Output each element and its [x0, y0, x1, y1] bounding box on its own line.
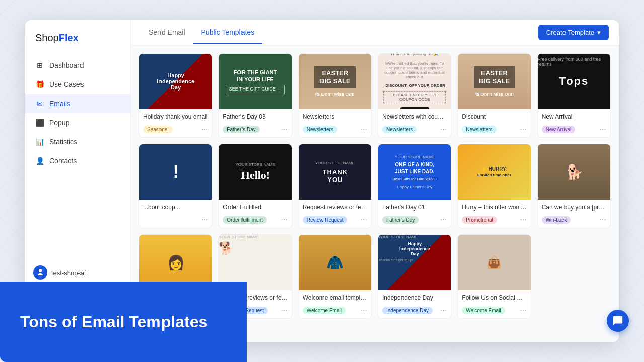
thumb-fathers-day-03: FOR THE GIANTIN YOUR LIFESEE THE GIFT GU… — [219, 54, 291, 109]
template-name: New Arrival — [542, 113, 606, 120]
logo: ShopFlex — [25, 32, 130, 56]
template-footer: Father's Day ··· — [378, 216, 451, 228]
template-footer: Welcome Email ··· — [458, 306, 530, 318]
sidebar-item-contacts[interactable]: 👤 Contacts — [25, 151, 130, 170]
sidebar-item-dashboard[interactable]: ⊞ Dashboard — [25, 56, 130, 75]
tag-newsletters: Newsletters — [462, 126, 496, 133]
more-button[interactable]: ··· — [201, 125, 208, 133]
sidebar-item-statistics[interactable]: 📊 Statistics — [25, 132, 130, 151]
template-card-reviews-1[interactable]: YOUR STORE NAME THANKYOU Request reviews… — [298, 144, 372, 228]
template-footer: Welcome Email ··· — [299, 306, 371, 318]
template-info: Holiday thank you email — [139, 109, 212, 125]
template-info: Order Fulfilled — [219, 200, 291, 216]
template-footer: Order fulfillment ··· — [219, 216, 291, 228]
thumb-hurry: ⚡ HURRY!Limited time offer — [458, 144, 530, 200]
template-card-order-fulfilled[interactable]: YOUR STORE NAME Hello! Order Fulfilled O… — [218, 144, 292, 228]
sidebar-item-emails[interactable]: ✉ Emails — [25, 94, 130, 113]
template-name: ...bout coup... — [143, 204, 208, 211]
more-button[interactable]: ··· — [201, 216, 208, 224]
template-name: Follow Us on Social Media — [462, 294, 526, 301]
more-button[interactable]: ··· — [361, 216, 367, 224]
tab-public-templates[interactable]: Public Templates — [193, 21, 263, 44]
thumb-discount: EASTERBIG SALE 🛍 Don't Miss Out! — [458, 54, 530, 109]
gift-icon: 🎁 — [35, 80, 44, 89]
template-info: Follow Us on Social Media — [458, 290, 530, 306]
template-name: Holiday thank you email — [143, 113, 208, 120]
tab-send-email[interactable]: Send Email — [141, 21, 193, 44]
more-button[interactable]: ··· — [281, 216, 287, 224]
tab-bar: Send Email Public Templates — [141, 21, 262, 44]
template-name: Discount — [462, 113, 526, 120]
user-row: test-shop-ai — [33, 265, 122, 280]
thumb-win-back: 🐕 — [538, 144, 610, 200]
template-card-fathers-day-03[interactable]: FOR THE GIANTIN YOUR LIFESEE THE GIFT GU… — [218, 53, 292, 138]
template-card-newsletters[interactable]: EASTERBIG SALE 🛍 Don't Miss Out! Newslet… — [298, 53, 372, 138]
template-card-new-arrival[interactable]: Free delivery from $60 and free returns … — [537, 53, 611, 138]
template-card-newsletters-coupon[interactable]: Thanks for joining us 🎉 We're thrilled t… — [378, 53, 451, 138]
more-button[interactable]: ··· — [520, 306, 526, 314]
template-card-win-back[interactable]: 🐕 Can we buy you a [product y... Win-bac… — [537, 144, 611, 228]
sidebar-item-use-cases[interactable]: 🎁 Use Cases — [25, 75, 130, 94]
thumb-fathers-day-01: YOUR STORE NAME ONE OF A KIND,JUST LIKE … — [378, 144, 451, 200]
thumb-text: Hello! — [241, 169, 270, 182]
more-button[interactable]: ··· — [600, 216, 606, 224]
banner-overlay: Tons of Email Templates — [0, 282, 247, 362]
sidebar-label-contacts: Contacts — [49, 157, 77, 165]
template-footer: Newsletters ··· — [299, 125, 371, 137]
tag-newsletters: Newsletters — [303, 126, 337, 133]
more-button[interactable]: ··· — [440, 216, 447, 224]
tag-independence: Independence Day — [382, 307, 433, 314]
template-card-independence[interactable]: YOUR STORE NAME HappyIndependenceDay Tha… — [378, 234, 451, 319]
more-button[interactable]: ··· — [440, 125, 447, 133]
thumb-welcome-1: 🧥 — [299, 235, 371, 290]
more-button[interactable]: ··· — [281, 125, 287, 133]
template-card-welcome-1[interactable]: 🧥 Welcome email template 1 Welcome Email… — [298, 234, 372, 319]
thumb-reviews-1: YOUR STORE NAME THANKYOU — [299, 144, 371, 200]
template-footer: Father's Day ··· — [219, 125, 291, 137]
template-card-fathers-day-01[interactable]: YOUR STORE NAME ONE OF A KIND,JUST LIKE … — [378, 144, 451, 228]
template-grid: HappyIndependenceDay Holiday thank you e… — [139, 53, 611, 319]
template-card-hurry[interactable]: ⚡ HURRY!Limited time offer Hurry – this … — [457, 144, 531, 228]
template-footer: ··· — [139, 216, 212, 228]
template-info: ...bout coup... — [139, 200, 212, 216]
thumb-text: ONE OF A KIND,JUST LIKE DAD.Best Gifts f… — [392, 161, 437, 183]
more-button[interactable]: ··· — [520, 125, 526, 133]
template-info: Newsletters with coupon — [378, 109, 451, 125]
more-button[interactable]: ··· — [361, 125, 367, 133]
sidebar-label-popup: Popup — [49, 119, 69, 127]
thumb-text: THANKYOU — [323, 168, 348, 184]
more-button[interactable]: ··· — [281, 306, 287, 314]
template-info: Father's Day 01 — [378, 200, 451, 216]
more-button[interactable]: ··· — [520, 216, 526, 224]
template-info: Father's Day 03 — [219, 109, 291, 125]
template-card-holiday[interactable]: HappyIndependenceDay Holiday thank you e… — [139, 53, 212, 138]
template-name: Newsletters with coupon — [382, 113, 447, 120]
grid-icon: ⊞ — [35, 61, 44, 70]
sidebar-nav: ⊞ Dashboard 🎁 Use Cases ✉ Emails ⬛ Popup… — [25, 56, 130, 170]
template-info: Independence Day — [378, 290, 451, 306]
template-card-coupons[interactable]: ! ...bout coup... ··· — [139, 144, 212, 228]
tag-review: Review Request — [303, 216, 348, 224]
sidebar-label-statistics: Statistics — [49, 138, 77, 146]
more-button[interactable]: ··· — [361, 306, 367, 314]
template-info: Discount — [458, 109, 530, 125]
sidebar-item-popup[interactable]: ⬛ Popup — [25, 113, 130, 132]
template-card-discount[interactable]: EASTERBIG SALE 🛍 Don't Miss Out! Discoun… — [457, 53, 531, 138]
tag-welcome: Welcome Email — [303, 307, 346, 314]
logo-bold: Flex — [59, 32, 79, 43]
popup-icon: ⬛ — [35, 118, 44, 127]
template-card-social[interactable]: 👜 Follow Us on Social Media Welcome Emai… — [457, 234, 531, 319]
contacts-icon: 👤 — [35, 156, 44, 165]
thumb-text: Tops — [559, 75, 589, 88]
more-button[interactable]: ··· — [440, 306, 447, 314]
thumb-text: FOR THE GIANTIN YOUR LIFESEE THE GIFT GU… — [222, 65, 289, 98]
template-name: Independence Day — [382, 294, 447, 301]
template-name: Newsletters — [303, 113, 367, 120]
tag-promotional: Promotional — [462, 216, 497, 224]
tag-welcome: Welcome Email — [462, 307, 505, 314]
thumb-holiday: HappyIndependenceDay — [139, 54, 212, 109]
chat-button[interactable] — [607, 310, 629, 332]
template-footer: Review Request ··· — [299, 216, 371, 228]
more-button[interactable]: ··· — [600, 125, 606, 133]
create-template-button[interactable]: Create Template ▾ — [538, 25, 609, 40]
